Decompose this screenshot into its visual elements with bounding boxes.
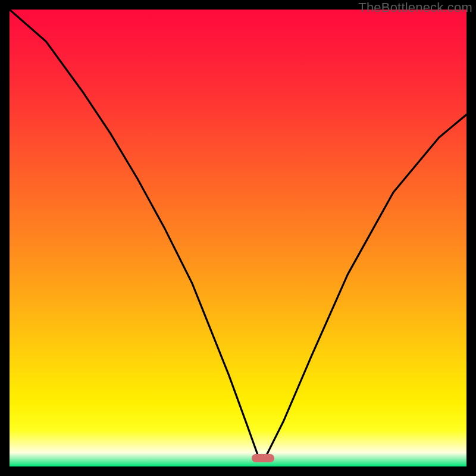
bottleneck-curve	[10, 10, 466, 466]
plot-area	[10, 10, 466, 466]
watermark-text: TheBottleneck.com	[358, 0, 472, 15]
chart-stage: TheBottleneck.com	[0, 0, 476, 476]
minimum-marker	[252, 454, 274, 462]
